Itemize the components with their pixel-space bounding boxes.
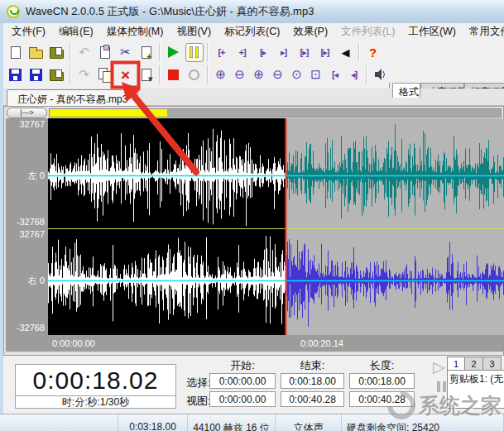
clipboard-tab-1[interactable]: 1 [447,357,465,371]
stop-icon [168,69,179,80]
pause-button[interactable] [185,43,204,62]
ruler-ch1-min: -32768 [17,217,45,227]
stop-button[interactable] [165,65,183,84]
cursor-mode-button[interactable]: ◀ [337,43,355,62]
status-total-length: 0:03:18.00 [118,414,188,431]
menu-workspace[interactable]: 工作区(W) [401,23,463,41]
position-bar[interactable] [49,108,502,117]
select-view-icon: [▸] [300,47,309,58]
speaker-button[interactable] [372,65,390,84]
close-folder-icon [50,72,64,81]
copy-button[interactable] [96,65,114,84]
bracket-right-button[interactable]: ◂] [346,65,362,84]
header-length: 长度: [349,358,415,373]
clipboard-tab-2[interactable]: 2 [465,357,483,371]
header-start: 开始: [209,358,276,373]
menu-file[interactable]: 文件(F) [5,23,52,41]
record-icon [189,69,199,80]
zoom-out-v-button[interactable]: ⊖ [270,65,286,84]
row-label-view: 视图: [186,394,211,409]
clipboard-tab-3[interactable]: 3 [483,357,502,371]
menu-view[interactable]: 视图(V) [170,23,218,41]
select-to-end-icon: +] [238,47,245,57]
undo-button[interactable]: ↶ [75,43,94,62]
title-bar: WaveCN 2.0.0.5 正式版 - G:\Music\庄心妍 - 真的不容… [0,0,504,23]
cursor-icon: ◀ [342,46,350,59]
menu-media-control[interactable]: 媒体控制(M) [100,23,170,41]
bottom-panel: 0:00:18.02 时:分:秒:1/30秒 开始: 结束: 长度: 选择: 视… [3,356,504,414]
zoom-tool-button[interactable]: ⊙ [289,65,305,84]
bracket-right-icon: ◂] [351,69,357,80]
save-icon [9,69,22,81]
tab-format[interactable]: 格式 [392,83,420,98]
zoom-in-h-button[interactable]: ⊕ [213,65,228,84]
status-channels: 立体声 [276,414,342,431]
time-ruler[interactable]: 0:00:00.00 0:00:20.14 [6,335,503,352]
import-file-button[interactable] [48,43,66,62]
ruler-ch1-max: 32767 [19,119,45,129]
append-paste-button[interactable] [137,43,156,62]
select-to-start-button[interactable]: [+ [213,43,231,62]
zoom-selection-icon: ⊡ [310,67,321,82]
help-icon: ? [369,45,377,60]
zoom-out-h-button[interactable]: ⊖ [232,65,247,84]
play-icon [168,46,179,58]
redo-button[interactable]: ↷ [75,65,94,84]
record-button[interactable] [185,65,204,84]
status-empty [0,414,118,431]
paste-button[interactable] [137,65,156,84]
waveform-view: |—> 32767 左 0 -32768 32767 右 0 -32768 0:… [3,106,504,356]
clipboard-tabs: 1 2 3 [447,357,502,371]
cut-to-new-button[interactable] [96,43,114,62]
toolbar-separator [207,43,209,61]
pause-bar-icon [443,381,446,392]
menu-effects[interactable]: 效果(P) [286,23,334,41]
menu-marker-list[interactable]: 标记列表(C) [218,23,286,41]
select-right-edge-icon: ▸] [281,47,286,58]
view-end-field[interactable]: 0:00:40.28 [281,391,344,407]
select-right-edge-button[interactable]: ▸] [275,43,293,62]
help-button[interactable]: ? [364,43,382,62]
window-title: WaveCN 2.0.0.5 正式版 - G:\Music\庄心妍 - 真的不容… [26,4,314,19]
select-view-button[interactable]: [▸] [295,43,314,62]
time-format-label: 时:分:秒:1/30秒 [16,395,175,408]
zoom-in-v-button[interactable]: ⊕ [251,65,266,84]
zoom-selection-button[interactable]: ⊡ [308,65,324,84]
delete-button[interactable]: × [117,65,135,84]
waveform-canvas[interactable] [48,118,504,335]
new-file-button[interactable] [7,43,25,62]
ruler-ch2-max: 32767 [19,229,45,239]
play-button[interactable] [165,43,183,62]
selection-length-field[interactable]: 0:00:18.00 [349,373,415,389]
view-length-field[interactable]: 0:00:40.28 [349,391,415,407]
status-bar: 0:03:18.00 44100 赫兹 16 位 立体声 硬盘剩余空间: 254… [0,414,504,431]
jump-button[interactable]: |—> [7,108,47,118]
selection-start-field[interactable]: 0:00:00.00 [209,373,276,389]
select-to-start-icon: [+ [218,47,224,57]
menu-bar: 文件(F) 编辑(E) 媒体控制(M) 视图(V) 标记列表(C) 效果(P) … [3,23,504,40]
select-to-end-button[interactable]: +] [233,43,252,62]
cut-button[interactable]: ✂ [117,43,135,62]
time-ruler-cursor: 0:00:20.14 [300,338,343,348]
preview-play-button[interactable]: ▷ [433,357,445,376]
select-left-edge-button[interactable]: [▸ [254,43,272,62]
preview-pause-button[interactable] [437,381,446,392]
select-all-button[interactable]: [▸] [316,43,334,62]
document-tab[interactable]: 庄心妍 - 真的不容易.mp3 [7,89,138,106]
undo-icon: ↶ [79,45,89,60]
select-all-icon: [▸] [321,47,329,58]
ruler-ch2-zero: 右 0 [28,275,45,287]
view-start-field[interactable]: 0:00:00.00 [209,391,276,407]
save-file-button[interactable] [7,65,25,84]
close-file-button[interactable] [48,65,66,84]
zoom-tool-icon: ⊙ [291,67,302,82]
bracket-left-button[interactable]: [◂ [327,65,343,84]
toolbar-separator [207,65,209,84]
clipboard-page-icon [100,46,110,59]
selection-end-field[interactable]: 0:00:18.00 [281,373,344,389]
open-file-button[interactable] [27,43,46,62]
menu-edit[interactable]: 编辑(E) [52,23,100,41]
save-all-button[interactable] [27,65,46,84]
time-ruler-start: 0:00:00.00 [52,338,95,348]
menu-common-files[interactable]: 常用文件(A) [463,23,504,41]
